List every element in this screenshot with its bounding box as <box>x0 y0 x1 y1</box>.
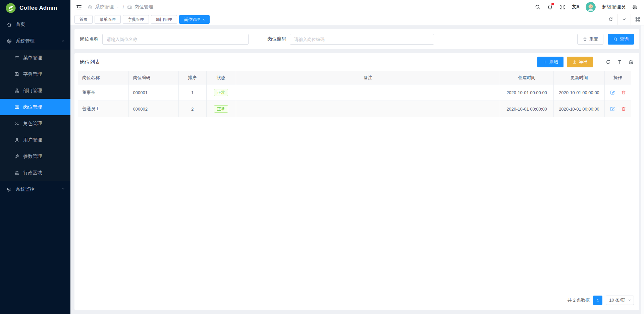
content-fullscreen-button[interactable] <box>631 14 644 25</box>
add-button[interactable]: 新增 <box>537 57 564 67</box>
col-header-sort: 排序 <box>178 71 206 84</box>
page-size-select[interactable]: 10 条/页 <box>606 296 634 305</box>
tab-label: 字典管理 <box>128 17 144 22</box>
card-actions: 新增 导出 <box>537 57 634 67</box>
refresh-icon <box>608 17 613 22</box>
sidebar: Coffee Admin 首页 系统管理 菜单管理 <box>0 0 70 314</box>
sidebar-item-dict-management[interactable]: 字典管理 <box>0 66 70 82</box>
avatar[interactable] <box>586 2 596 12</box>
sidebar-item-menu-management[interactable]: 菜单管理 <box>0 50 70 66</box>
table-row: 董事长 000001 1 正常 2020-10-01 00:00:00 2020… <box>78 84 631 101</box>
post-code-input[interactable] <box>290 34 434 45</box>
page-content: 岗位名称 岗位编码 重置 查询 <box>70 25 644 314</box>
breadcrumb: 系统管理 / 岗位管理 <box>88 4 153 10</box>
post-code-form-item: 岗位编码 <box>267 34 434 45</box>
home-icon <box>6 22 12 27</box>
tab-options-dropdown[interactable] <box>617 14 631 25</box>
cell-remark <box>236 84 500 101</box>
sidebar-item-system-monitor[interactable]: 系统监控 <box>0 181 70 198</box>
sidebar-menu: 首页 系统管理 菜单管理 字典管理 <box>0 16 70 198</box>
edit-icon <box>610 106 615 112</box>
trash-icon <box>621 106 626 112</box>
close-icon[interactable]: × <box>203 18 205 21</box>
table-header-row: 岗位名称 岗位编码 排序 状态 备注 创建时间 更新时间 操作 <box>78 71 631 84</box>
col-header-status: 状态 <box>206 71 236 84</box>
tab-home[interactable]: 首页 <box>74 15 93 24</box>
sidebar-item-admin-region[interactable]: 行政区域 <box>0 165 70 181</box>
post-list-card: 岗位列表 新增 导出 <box>74 53 639 310</box>
table-toolbar-icons <box>600 58 634 66</box>
gear-icon[interactable] <box>632 4 638 10</box>
cell-updated: 2020-10-01 00:00:00 <box>554 84 605 101</box>
edit-button[interactable] <box>610 106 615 112</box>
row-height-icon[interactable] <box>617 59 623 65</box>
bank-icon <box>14 170 19 175</box>
edit-button[interactable] <box>610 90 615 95</box>
chevron-down-icon <box>116 5 120 9</box>
tab-dept-management[interactable]: 部门管理 <box>151 15 177 24</box>
delete-button[interactable] <box>621 90 626 95</box>
sidebar-item-label: 首页 <box>16 21 25 27</box>
sidebar-item-dept-management[interactable]: 部门管理 <box>0 82 70 99</box>
dictionary-icon <box>14 72 19 77</box>
export-button[interactable]: 导出 <box>567 57 593 67</box>
sidebar-item-system-management[interactable]: 系统管理 <box>0 33 70 50</box>
breadcrumb-parent[interactable]: 系统管理 <box>95 4 114 10</box>
post-name-label: 岗位名称 <box>80 36 99 42</box>
data-table-wrap: 岗位名称 岗位编码 排序 状态 备注 创建时间 更新时间 操作 <box>78 71 636 117</box>
top-navbar: 系统管理 / 岗位管理 文A <box>70 0 644 14</box>
col-header-created: 创建时间 <box>500 71 554 84</box>
notification-badge <box>551 3 554 5</box>
collapse-sidebar-icon[interactable] <box>76 4 82 10</box>
col-header-name: 岗位名称 <box>78 71 128 84</box>
page-button-1[interactable]: 1 <box>593 296 602 305</box>
sidebar-item-home[interactable]: 首页 <box>0 16 70 33</box>
sidebar-item-post-management[interactable]: 岗位管理 <box>0 99 70 115</box>
delete-button[interactable] <box>621 106 626 112</box>
breadcrumb-current: 岗位管理 <box>135 4 153 10</box>
wrench-icon <box>14 154 19 159</box>
sidebar-item-label: 岗位管理 <box>23 104 42 110</box>
cell-sort: 1 <box>178 84 206 101</box>
app-logo: Coffee Admin <box>0 0 70 16</box>
cell-sort: 2 <box>178 101 206 117</box>
sidebar-item-role-management[interactable]: 角色管理 <box>0 115 70 132</box>
id-badge-icon <box>14 105 19 110</box>
sidebar-item-label: 部门管理 <box>23 88 42 94</box>
post-name-input[interactable] <box>102 34 249 45</box>
query-button[interactable]: 查询 <box>608 34 634 45</box>
cell-status: 正常 <box>206 84 236 101</box>
cell-created: 2020-10-01 00:00:00 <box>500 84 554 101</box>
trash-icon <box>621 90 626 95</box>
tab-menu-management[interactable]: 菜单管理 <box>95 15 121 24</box>
export-button-label: 导出 <box>579 59 588 65</box>
sidebar-item-label: 系统监控 <box>16 186 35 192</box>
reset-button[interactable]: 重置 <box>577 34 603 45</box>
refresh-tab-button[interactable] <box>604 14 617 25</box>
search-icon <box>613 37 618 42</box>
pagination: 共 2 条数据 1 10 条/页 <box>78 292 636 310</box>
gear-icon[interactable] <box>628 59 634 65</box>
col-header-code: 岗位编码 <box>128 71 178 84</box>
sidebar-item-user-management[interactable]: 用户管理 <box>0 132 70 148</box>
translate-icon[interactable]: 文A <box>572 4 579 10</box>
breadcrumb-separator: / <box>122 4 125 10</box>
tab-dict-management[interactable]: 字典管理 <box>123 15 149 24</box>
refresh-icon[interactable] <box>605 59 611 65</box>
cell-actions <box>605 84 631 101</box>
search-actions: 重置 查询 <box>577 34 634 45</box>
add-button-label: 新增 <box>549 59 558 65</box>
scrollbar-track[interactable] <box>641 25 644 314</box>
user-name[interactable]: 超级管理员 <box>602 4 626 10</box>
tab-post-management[interactable]: 岗位管理 × <box>179 15 210 24</box>
col-header-remark: 备注 <box>236 71 500 84</box>
notifications[interactable] <box>547 4 553 10</box>
list-icon <box>14 55 19 60</box>
search-icon[interactable] <box>535 4 541 10</box>
status-badge: 正常 <box>214 89 228 96</box>
cell-post-name: 董事长 <box>78 84 128 101</box>
sidebar-item-param-management[interactable]: 参数管理 <box>0 148 70 165</box>
app-title: Coffee Admin <box>19 5 57 11</box>
fullscreen-icon[interactable] <box>559 4 566 10</box>
sidebar-item-label: 菜单管理 <box>23 55 42 61</box>
